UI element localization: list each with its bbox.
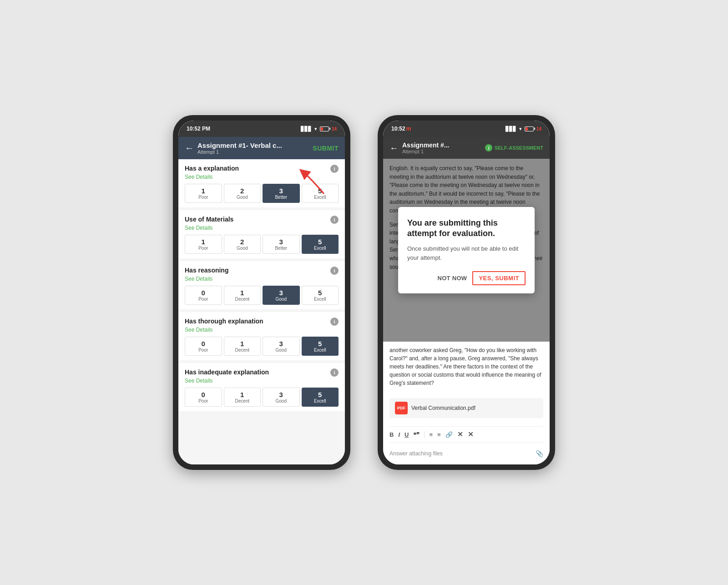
rating-cell-0[interactable]: 0Poor: [185, 337, 222, 356]
modal-actions: NOT NOW YES, SUBMIT: [407, 271, 526, 285]
phone2-time: 10:52m: [391, 126, 411, 132]
underline-button[interactable]: U: [404, 431, 409, 438]
battery-icon-2: [525, 126, 534, 131]
rating-row-use-of-materials: 1Poor2Good3Better5Excell: [185, 235, 339, 254]
attempt-label-2: Attempt 1: [402, 149, 449, 154]
modal-body: Once submitted you will not be able to e…: [407, 244, 526, 262]
battery-label-2: 14: [536, 126, 541, 131]
phone-2: 10:52m ▊▊▊ ▾ 14 ← Assignment #... Attemp…: [378, 115, 555, 470]
info-icon-has-explanation[interactable]: i: [330, 165, 339, 173]
attach-icon[interactable]: 📎: [536, 450, 543, 457]
info-icon-has-inadequate[interactable]: i: [330, 368, 339, 377]
rating-cell-3[interactable]: 3Good: [263, 337, 300, 356]
see-details-has-reasoning[interactable]: See Details: [185, 276, 339, 282]
rating-cell-1[interactable]: 1Poor: [185, 235, 222, 254]
yes-submit-button[interactable]: YES, SUBMIT: [472, 271, 526, 285]
not-now-button[interactable]: NOT NOW: [437, 275, 467, 282]
attempt-label: Attempt 1: [197, 149, 282, 155]
rating-cell-5[interactable]: 5Excell: [302, 388, 339, 407]
rubric-title-has-explanation: Has a explanation: [185, 165, 239, 172]
rating-cell-3[interactable]: 3Better: [263, 235, 300, 254]
rating-cell-5[interactable]: 5Excell: [302, 235, 339, 254]
content-area: English. It is equally correct to say, "…: [383, 159, 550, 342]
bold-button[interactable]: B: [389, 431, 394, 438]
rubric-section-has-reasoning: Has reasoningiSee Details0Poor1Decent3Go…: [178, 261, 345, 309]
see-details-has-thorough[interactable]: See Details: [185, 327, 339, 333]
rubric-section-has-thorough: Has thorough explanationiSee Details0Poo…: [178, 312, 345, 360]
assignment-title-2: Assignment #...: [402, 141, 449, 149]
pdf-filename: Verbal Communication.pdf: [411, 405, 475, 411]
strikethrough-button[interactable]: ✕: [457, 430, 463, 439]
battery-label: 14: [332, 126, 337, 131]
rating-cell-0[interactable]: 0Poor: [185, 388, 222, 407]
bottom-paragraph: another coworker asked Greg, "How do you…: [383, 342, 550, 392]
wifi-icon: ▾: [314, 126, 317, 132]
wifi-icon-2: ▾: [519, 126, 522, 132]
pdf-attachment[interactable]: PDF Verbal Communication.pdf: [389, 398, 543, 418]
back-button[interactable]: ←: [185, 143, 194, 153]
rating-row-has-inadequate: 0Poor1Decent3Good5Excell: [185, 388, 339, 407]
rubric-title-has-inadequate: Has inadequate explanation: [185, 368, 269, 376]
clear-button[interactable]: ✕: [468, 430, 474, 439]
app-header-2: ← Assignment #... Attempt 1 i SELF-ASSES…: [383, 137, 550, 159]
rating-cell-1[interactable]: 1Decent: [224, 337, 261, 356]
ul-button[interactable]: ≡: [437, 431, 441, 438]
rubric-title-has-thorough: Has thorough explanation: [185, 318, 263, 325]
submit-modal: You are submitting this attempt for eval…: [398, 207, 535, 294]
see-details-has-inadequate[interactable]: See Details: [185, 378, 339, 384]
submit-button[interactable]: SUBMIT: [313, 145, 339, 152]
rating-cell-3[interactable]: 3Good: [263, 388, 300, 407]
ol-button[interactable]: ≡: [429, 431, 433, 438]
signal-icon-2: ▊▊▊: [506, 126, 516, 132]
text-toolbar: B I U ❝❞ ≡ ≡ 🔗 ✕ ✕: [389, 426, 543, 443]
answer-files-row: Answer attaching files 📎: [389, 446, 543, 461]
rating-cell-5[interactable]: 5Excell: [302, 337, 339, 356]
info-icon-has-thorough[interactable]: i: [330, 318, 339, 326]
assignment-title: Assignment #1- Verbal c...: [197, 141, 282, 149]
rubric-content: Has a explanationiSee Details1Poor2Good3…: [178, 159, 345, 464]
rating-cell-2[interactable]: 2Good: [224, 235, 261, 254]
self-assessment-badge: i SELF-ASSESSMENT: [485, 144, 543, 151]
quote-button[interactable]: ❝❞: [413, 431, 420, 438]
link-button[interactable]: 🔗: [445, 431, 453, 438]
rating-cell-3[interactable]: 3Better: [263, 184, 300, 203]
rubric-title-has-reasoning: Has reasoning: [185, 267, 228, 274]
signal-icon: ▊▊▊: [301, 126, 312, 132]
back-button-2[interactable]: ←: [389, 143, 399, 153]
phone-1: 10:52 PM ▊▊▊ ▾ 14 ← Assignment #1- Verba…: [173, 115, 350, 470]
see-details-has-explanation[interactable]: See Details: [185, 174, 339, 180]
italic-button[interactable]: I: [398, 431, 400, 438]
rating-row-has-reasoning: 0Poor1Decent3Good5Excell: [185, 286, 339, 305]
info-icon-use-of-materials[interactable]: i: [330, 216, 339, 224]
rubric-section-use-of-materials: Use of MaterialsiSee Details1Poor2Good3B…: [178, 210, 345, 258]
battery-icon: [320, 126, 329, 131]
self-assessment-label: SELF-ASSESSMENT: [494, 145, 543, 151]
rubric-title-use-of-materials: Use of Materials: [185, 216, 233, 223]
rating-row-has-thorough: 0Poor1Decent3Good5Excell: [185, 337, 339, 356]
rubric-section-has-explanation: Has a explanationiSee Details1Poor2Good3…: [178, 159, 345, 207]
rating-cell-3[interactable]: 3Good: [263, 286, 300, 305]
rating-row-has-explanation: 1Poor2Good3Better5Excell: [185, 184, 339, 203]
info-icon-has-reasoning[interactable]: i: [330, 267, 339, 275]
modal-overlay[interactable]: You are submitting this attempt for eval…: [383, 159, 550, 342]
rating-cell-0[interactable]: 0Poor: [185, 286, 222, 305]
pdf-icon: PDF: [395, 402, 408, 414]
phone1-time: 10:52 PM: [187, 126, 210, 132]
rating-cell-5[interactable]: 5Excell: [302, 286, 339, 305]
see-details-use-of-materials[interactable]: See Details: [185, 225, 339, 231]
rating-cell-5[interactable]: 5Excell: [302, 184, 339, 203]
info-icon-badge: i: [485, 144, 492, 151]
rating-cell-2[interactable]: 2Good: [224, 184, 261, 203]
rating-cell-1[interactable]: 1Decent: [224, 286, 261, 305]
modal-title: You are submitting this attempt for eval…: [407, 218, 526, 239]
rating-cell-1[interactable]: 1Poor: [185, 184, 222, 203]
app-header: ← Assignment #1- Verbal c... Attempt 1 S…: [178, 137, 345, 159]
answer-files-label: Answer attaching files: [389, 450, 443, 457]
rating-cell-1[interactable]: 1Decent: [224, 388, 261, 407]
rubric-section-has-inadequate: Has inadequate explanationiSee Details0P…: [178, 363, 345, 411]
